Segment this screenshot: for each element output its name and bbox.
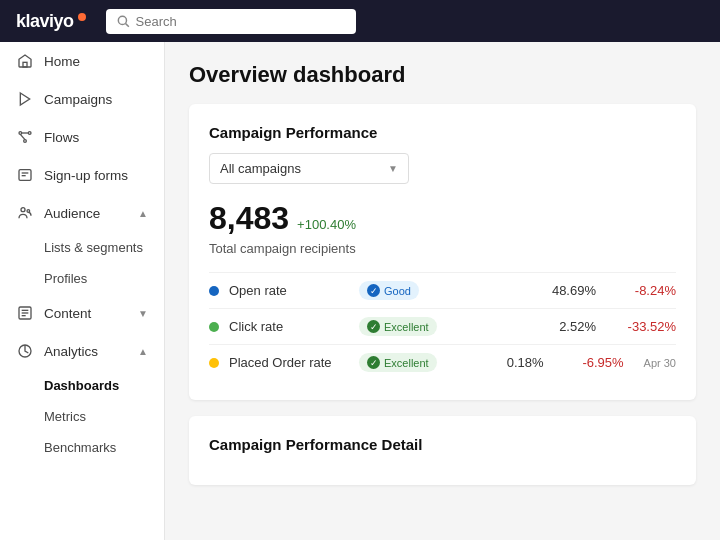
sidebar-item-content-label: Content [44, 306, 91, 321]
click-rate-label: Click rate [229, 319, 349, 334]
open-rate-badge-label: Good [384, 285, 411, 297]
campaigns-dropdown-label: All campaigns [220, 161, 301, 176]
click-rate-dot [209, 322, 219, 332]
campaign-performance-card: Campaign Performance All campaigns ▼ 8,4… [189, 104, 696, 400]
click-rate-row: Click rate ✓ Excellent 2.52% -33.52% [209, 308, 676, 344]
open-rate-value: 48.69% [536, 283, 596, 298]
placed-order-label: Placed Order rate [229, 355, 349, 370]
sidebar-item-metrics[interactable]: Metrics [0, 401, 164, 432]
placed-order-badge-label: Excellent [384, 357, 429, 369]
audience-icon [16, 204, 34, 222]
logo-dot [78, 13, 86, 21]
open-rate-dot [209, 286, 219, 296]
click-rate-change: -33.52% [606, 319, 676, 334]
sidebar-item-lists-segments[interactable]: Lists & segments [0, 232, 164, 263]
sidebar-item-home-label: Home [44, 54, 80, 69]
svg-rect-2 [23, 62, 27, 67]
sidebar-item-home[interactable]: Home [0, 42, 164, 80]
sidebar-item-signup-forms-label: Sign-up forms [44, 168, 128, 183]
sidebar-item-analytics[interactable]: Analytics ▲ [0, 332, 164, 370]
campaigns-dropdown[interactable]: All campaigns ▼ [209, 153, 409, 184]
total-recipients-row: 8,483 +100.40% [209, 200, 676, 237]
sidebar-item-profiles[interactable]: Profiles [0, 263, 164, 294]
campaigns-icon [16, 90, 34, 108]
content-chevron-icon: ▼ [138, 308, 148, 319]
svg-point-12 [21, 208, 25, 212]
audience-chevron-icon: ▲ [138, 208, 148, 219]
page-title: Overview dashboard [189, 62, 696, 88]
placed-order-dot [209, 358, 219, 368]
svg-line-1 [125, 24, 128, 27]
click-rate-badge-icon: ✓ [367, 320, 380, 333]
flows-icon [16, 128, 34, 146]
open-rate-badge-icon: ✓ [367, 284, 380, 297]
sidebar: Home Campaigns Flows Sign-up forms [0, 42, 165, 540]
lists-segments-label: Lists & segments [44, 240, 143, 255]
svg-point-4 [19, 132, 22, 135]
home-icon [16, 52, 34, 70]
search-bar[interactable] [106, 9, 356, 34]
total-recipients-value: 8,483 [209, 200, 289, 237]
campaign-performance-title: Campaign Performance [209, 124, 676, 141]
click-rate-badge: ✓ Excellent [359, 317, 437, 336]
profiles-label: Profiles [44, 271, 87, 286]
sidebar-item-signup-forms[interactable]: Sign-up forms [0, 156, 164, 194]
sidebar-item-campaigns[interactable]: Campaigns [0, 80, 164, 118]
placed-order-badge: ✓ Excellent [359, 353, 437, 372]
open-rate-badge: ✓ Good [359, 281, 419, 300]
open-rate-change: -8.24% [606, 283, 676, 298]
sidebar-item-dashboards[interactable]: Dashboards [0, 370, 164, 401]
svg-point-6 [24, 140, 27, 143]
layout: Home Campaigns Flows Sign-up forms [0, 42, 720, 540]
search-icon [116, 14, 130, 28]
logo-text: klaviyo [16, 11, 74, 32]
card2-header: Campaign Performance Detail [209, 436, 676, 465]
sidebar-item-benchmarks[interactable]: Benchmarks [0, 432, 164, 463]
signup-icon [16, 166, 34, 184]
sidebar-item-audience[interactable]: Audience ▲ [0, 194, 164, 232]
placed-order-date: Apr 30 [644, 357, 676, 369]
logo: klaviyo [16, 11, 86, 32]
sidebar-item-flows-label: Flows [44, 130, 79, 145]
placed-order-change: -6.95% [554, 355, 624, 370]
open-rate-row: Open rate ✓ Good 48.69% -8.24% [209, 272, 676, 308]
topbar: klaviyo [0, 0, 720, 42]
click-rate-badge-label: Excellent [384, 321, 429, 333]
placed-order-rate-row: Placed Order rate ✓ Excellent 0.18% -6.9… [209, 344, 676, 380]
dashboards-label: Dashboards [44, 378, 119, 393]
svg-point-0 [118, 16, 126, 24]
card2-title: Campaign Performance Detail [209, 436, 422, 453]
svg-marker-3 [20, 93, 29, 105]
svg-line-8 [20, 134, 25, 139]
sidebar-item-flows[interactable]: Flows [0, 118, 164, 156]
campaign-performance-detail-card: Campaign Performance Detail [189, 416, 696, 485]
content-icon [16, 304, 34, 322]
metrics-label: Metrics [44, 409, 86, 424]
sidebar-item-content[interactable]: Content ▼ [0, 294, 164, 332]
placed-order-badge-icon: ✓ [367, 356, 380, 369]
main-content: Overview dashboard Campaign Performance … [165, 42, 720, 540]
sidebar-item-audience-label: Audience [44, 206, 100, 221]
click-rate-value: 2.52% [536, 319, 596, 334]
analytics-icon [16, 342, 34, 360]
sidebar-item-campaigns-label: Campaigns [44, 92, 112, 107]
analytics-chevron-icon: ▲ [138, 346, 148, 357]
total-recipients-label: Total campaign recipients [209, 241, 676, 256]
search-input[interactable] [136, 14, 346, 29]
total-recipients-change: +100.40% [297, 217, 356, 232]
campaigns-dropdown-chevron-icon: ▼ [388, 163, 398, 174]
sidebar-item-analytics-label: Analytics [44, 344, 98, 359]
open-rate-label: Open rate [229, 283, 349, 298]
svg-point-5 [28, 132, 31, 135]
placed-order-value: 0.18% [484, 355, 544, 370]
benchmarks-label: Benchmarks [44, 440, 116, 455]
